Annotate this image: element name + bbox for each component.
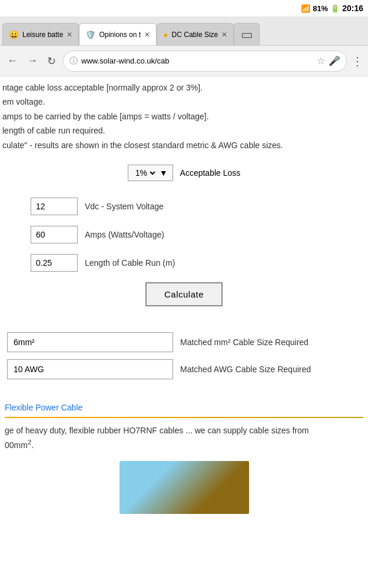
tab-dc-cable[interactable]: ● DC Cable Size ✕	[157, 23, 234, 45]
intro-line-1: ntage cable loss acceptable [normally ap…	[2, 81, 366, 94]
bookmark-icon[interactable]: ☆	[317, 55, 325, 66]
address-url: www.solar-wind.co.uk/cab	[81, 56, 313, 65]
battery-level: 81%	[313, 4, 328, 13]
bottom-desc-2: 00mm	[5, 440, 28, 450]
cable-run-input[interactable]	[31, 254, 78, 272]
back-button[interactable]: ←	[5, 54, 20, 68]
status-bar: 📶 81% 🔋 20:16	[0, 0, 368, 16]
results-section: Matched mm² Cable Size Required Matched …	[2, 328, 366, 391]
bottom-desc-1: ge of heavy duty, flexible rubber HO7RNF…	[5, 426, 309, 435]
cable-run-row: Length of Cable Run (m)	[7, 254, 361, 272]
address-bar: ← → ↻ ⓘ www.solar-wind.co.uk/cab ☆ 🎤 ⋮	[0, 46, 368, 76]
select-arrow-icon: ▼	[160, 168, 168, 178]
tab1-close[interactable]: ✕	[67, 31, 72, 39]
menu-icon[interactable]: ⋮	[352, 54, 363, 68]
clock: 20:16	[342, 4, 363, 13]
refresh-button[interactable]: ↻	[45, 54, 58, 69]
info-icon: ⓘ	[69, 56, 78, 66]
amps-input[interactable]	[31, 226, 78, 243]
tab-new[interactable]: ▭	[234, 23, 260, 45]
address-input-wrap[interactable]: ⓘ www.solar-wind.co.uk/cab ☆ 🎤	[63, 51, 347, 72]
intro-line-3: amps to be carried by the cable [amps = …	[2, 110, 366, 123]
calculator-section: 1% 2% 3% ▼ Acceptable Loss Vdc - System …	[2, 155, 366, 328]
acceptable-loss-select-wrap[interactable]: 1% 2% 3% ▼	[128, 165, 173, 181]
intro-line-4: length of cable run required.	[2, 124, 366, 137]
bottom-desc-end: .	[31, 440, 34, 450]
page-content: ntage cable loss acceptable [normally ap…	[0, 76, 368, 519]
acceptable-loss-label: Acceptable Loss	[180, 168, 241, 178]
tab2-label: Opinions on t	[99, 31, 141, 39]
amps-row: Amps (Watts/Voltage)	[7, 226, 361, 243]
amps-label: Amps (Watts/Voltage)	[85, 230, 164, 239]
tab3-label: DC Cable Size	[172, 31, 218, 39]
intro-line-2: em voltage.	[2, 95, 366, 108]
system-voltage-label: Vdc - System Voltage	[85, 202, 164, 211]
result-mm-input[interactable]	[7, 332, 173, 352]
result-awg-label: Matched AWG Cable Size Required	[180, 365, 311, 374]
acceptable-loss-row: 1% 2% 3% ▼ Acceptable Loss	[7, 165, 361, 181]
tab3-close[interactable]: ✕	[221, 31, 227, 39]
result-awg-input[interactable]	[7, 359, 173, 379]
cable-image	[120, 461, 249, 514]
battery-icon: 🔋	[330, 4, 340, 13]
result-awg-row: Matched AWG Cable Size Required	[7, 359, 361, 379]
system-voltage-input[interactable]	[31, 198, 78, 215]
tab2-close[interactable]: ✕	[144, 31, 150, 39]
tab-bar: 😀 Leisure batte ✕ 🛡️ Opinions on t ✕ ● D…	[0, 16, 368, 46]
wifi-icon: 📶	[301, 4, 310, 13]
tab-leisure-battery[interactable]: 😀 Leisure batte ✕	[2, 23, 79, 45]
acceptable-loss-select[interactable]: 1% 2% 3%	[133, 168, 157, 178]
calculate-button[interactable]: Calculate	[145, 282, 223, 306]
tab-opinions[interactable]: 🛡️ Opinions on t ✕	[79, 23, 157, 45]
cable-run-label: Length of Cable Run (m)	[85, 258, 175, 268]
system-voltage-row: Vdc - System Voltage	[7, 198, 361, 215]
status-icons: 📶 81% 🔋 20:16	[301, 4, 363, 13]
new-tab-icon: ▭	[241, 27, 253, 42]
calculate-btn-row: Calculate	[7, 282, 361, 306]
tab1-label: Leisure batte	[22, 31, 63, 39]
intro-text: ntage cable loss acceptable [normally ap…	[2, 76, 366, 155]
intro-line-5: culate" - results are shown in the close…	[2, 139, 366, 152]
flexible-cable-link[interactable]: Flexible Power Cable	[5, 400, 363, 415]
orange-divider	[5, 417, 363, 418]
forward-button[interactable]: →	[25, 54, 40, 68]
result-mm-label: Matched mm² Cable Size Required	[180, 338, 309, 347]
tab3-favicon: ●	[163, 30, 168, 39]
microphone-icon[interactable]: 🎤	[329, 55, 340, 66]
tab1-favicon: 😀	[9, 30, 19, 39]
bottom-description: ge of heavy duty, flexible rubber HO7RNF…	[5, 424, 363, 452]
tab2-favicon: 🛡️	[85, 30, 95, 39]
result-mm-row: Matched mm² Cable Size Required	[7, 332, 361, 352]
bottom-content: Flexible Power Cable ge of heavy duty, f…	[2, 391, 366, 519]
